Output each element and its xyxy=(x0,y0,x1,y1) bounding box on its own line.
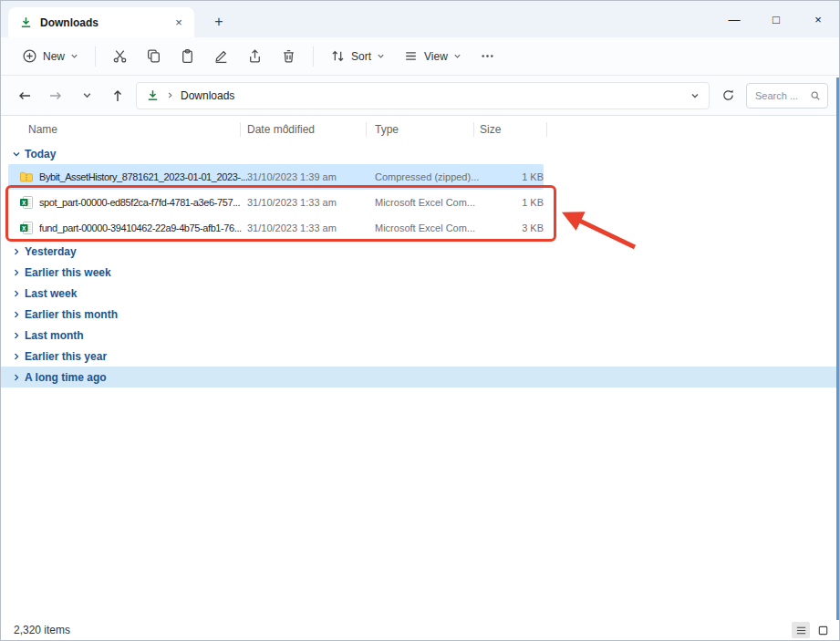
new-button-label: New xyxy=(43,50,65,63)
group-header-yesterday[interactable]: Yesterday xyxy=(8,241,544,262)
chevron-down-icon xyxy=(12,150,21,159)
search-input[interactable] xyxy=(753,89,806,102)
file-date: 31/10/2023 1:33 am xyxy=(247,197,375,208)
rename-button[interactable] xyxy=(205,43,237,69)
chevron-down-icon xyxy=(377,52,385,60)
up-button[interactable] xyxy=(105,83,130,109)
excel-file-icon: X xyxy=(19,195,34,210)
toolbar-divider xyxy=(95,47,96,67)
file-row-spot-csv[interactable]: X spot_part-00000-ed85f2ca-f7fd-4781-a3e… xyxy=(8,190,544,215)
file-name: fund_part-00000-39410462-22a9-4b75-afb1-… xyxy=(39,222,247,233)
file-row-fund-csv[interactable]: X fund_part-00000-39410462-22a9-4b75-afb… xyxy=(8,215,544,241)
chevron-right-icon xyxy=(12,247,21,256)
group-header-today[interactable]: Today xyxy=(8,143,544,164)
file-date: 31/10/2023 1:33 am xyxy=(247,222,375,233)
breadcrumb-separator-icon xyxy=(166,91,174,99)
chevron-right-icon xyxy=(12,268,21,277)
plus-circle-icon xyxy=(22,48,37,64)
forward-button[interactable] xyxy=(43,83,68,109)
explorer-tab[interactable]: Downloads × xyxy=(8,7,194,37)
view-button-label: View xyxy=(424,50,448,63)
minimize-button[interactable]: — xyxy=(713,1,755,37)
downloads-icon xyxy=(19,16,33,29)
file-date: 31/10/2023 1:39 am xyxy=(247,171,375,182)
share-button[interactable] xyxy=(239,43,271,69)
sort-button[interactable]: Sort xyxy=(322,43,393,69)
file-size: 1 KB xyxy=(480,171,544,182)
file-type: Compressed (zipped)... xyxy=(375,171,480,182)
back-button[interactable] xyxy=(12,83,37,109)
view-toggles xyxy=(792,622,832,638)
right-edge-scrollbar[interactable] xyxy=(836,78,839,620)
zip-file-icon xyxy=(19,170,34,184)
cut-button[interactable] xyxy=(104,43,136,69)
address-dropdown-chevron-icon[interactable] xyxy=(690,91,700,100)
chevron-down-icon xyxy=(453,52,461,60)
svg-text:X: X xyxy=(22,200,26,206)
file-row-bybit-zip[interactable]: Bybit_AssetHistory_8781621_2023-01-01_20… xyxy=(8,164,544,190)
maximize-button[interactable]: □ xyxy=(755,1,797,37)
copy-button[interactable] xyxy=(138,43,170,69)
sort-button-label: Sort xyxy=(351,50,371,63)
trash-icon xyxy=(281,48,296,64)
new-button[interactable]: New xyxy=(14,43,87,69)
view-icon xyxy=(403,48,419,64)
column-header-name[interactable]: Name xyxy=(28,123,247,136)
column-header-date-modified[interactable]: Date modified xyxy=(247,123,375,136)
column-separator[interactable] xyxy=(366,122,367,137)
title-bar: Downloads × + — □ × xyxy=(1,1,839,37)
file-list-panel: Name Date modified Type Size Today xyxy=(1,116,836,620)
search-icon xyxy=(810,90,821,101)
toolbar-divider xyxy=(313,47,314,67)
file-size: 3 KB xyxy=(480,222,544,233)
file-rows: Today Bybit_AssetHistory_8781621_2023-01… xyxy=(8,143,836,388)
items-count: 2,320 items xyxy=(14,624,70,636)
chevron-right-icon xyxy=(12,373,21,382)
close-button[interactable]: × xyxy=(797,1,839,37)
share-icon xyxy=(247,48,263,64)
chevron-right-icon xyxy=(12,352,21,361)
rename-icon xyxy=(213,48,229,64)
tab-close-button[interactable]: × xyxy=(171,15,187,31)
file-type: Microsoft Excel Com... xyxy=(375,222,480,233)
column-separator[interactable] xyxy=(240,122,241,137)
file-name: Bybit_AssetHistory_8781621_2023-01-01_20… xyxy=(39,171,247,182)
group-header-earlier-this-week[interactable]: Earlier this week xyxy=(8,262,544,283)
more-options-button[interactable] xyxy=(472,43,503,69)
scissors-icon xyxy=(112,48,128,64)
group-header-last-month[interactable]: Last month xyxy=(8,325,544,346)
file-explorer-window: Downloads × + — □ × New xyxy=(0,0,840,641)
large-icons-view-button[interactable] xyxy=(814,622,832,638)
refresh-button[interactable] xyxy=(715,83,741,109)
downloads-icon xyxy=(146,88,160,102)
new-tab-button[interactable]: + xyxy=(207,10,231,34)
column-header-type[interactable]: Type xyxy=(375,123,480,136)
group-header-earlier-this-month[interactable]: Earlier this month xyxy=(8,304,544,325)
details-view-button[interactable] xyxy=(792,622,810,638)
group-header-last-week[interactable]: Last week xyxy=(8,283,544,304)
chevron-down-icon xyxy=(70,52,78,60)
file-name: spot_part-00000-ed85f2ca-f7fd-4781-a3e6-… xyxy=(39,197,247,208)
column-separator[interactable] xyxy=(546,122,547,137)
group-header-earlier-this-year[interactable]: Earlier this year xyxy=(8,346,544,367)
recent-locations-button[interactable] xyxy=(74,83,99,109)
column-separator[interactable] xyxy=(473,122,474,137)
copy-icon xyxy=(146,48,161,64)
status-bar: 2,320 items xyxy=(1,620,839,640)
navigation-bar: Downloads xyxy=(1,76,839,116)
column-header-size[interactable]: Size xyxy=(480,123,553,136)
file-size: 1 KB xyxy=(480,197,544,208)
group-header-a-long-time-ago[interactable]: A long time ago xyxy=(1,367,836,388)
chevron-right-icon xyxy=(12,310,21,319)
address-bar[interactable]: Downloads xyxy=(136,82,710,109)
ellipsis-icon xyxy=(480,48,495,64)
view-button[interactable]: View xyxy=(395,43,470,69)
chevron-right-icon xyxy=(12,289,21,298)
sort-ascending-caret-icon xyxy=(282,122,290,129)
delete-button[interactable] xyxy=(273,43,305,69)
paste-button[interactable] xyxy=(171,43,203,69)
clipboard-icon xyxy=(180,48,195,64)
breadcrumb-downloads[interactable]: Downloads xyxy=(181,89,234,102)
command-toolbar: New xyxy=(1,37,839,76)
file-type: Microsoft Excel Com... xyxy=(375,197,480,208)
